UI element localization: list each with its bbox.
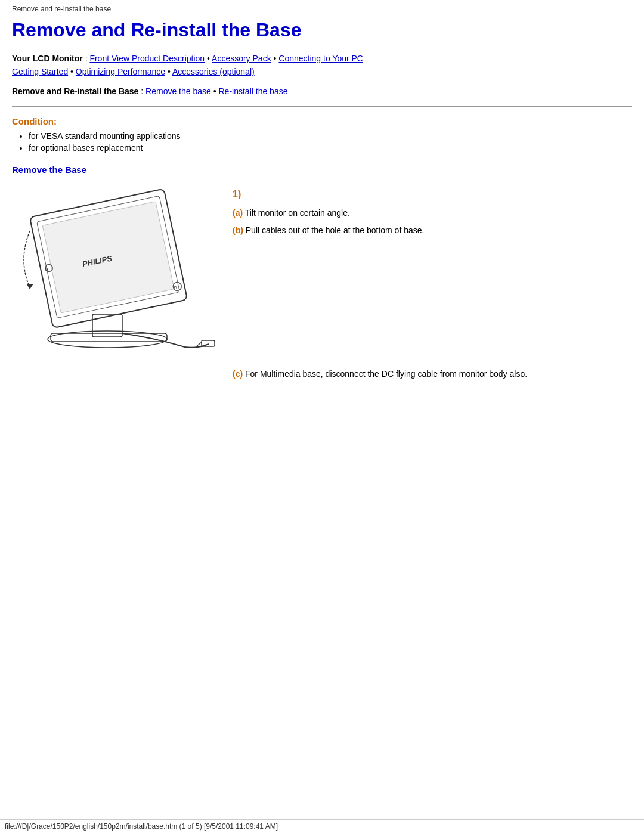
breadcrumb-remove-reinstall: Remove and Re-install the Base : Remove … [12, 85, 632, 98]
step-a-text: Tilt monitor on certain angle. [243, 208, 350, 218]
step-b: (b) Pull cables out of the hole at the b… [233, 224, 632, 237]
dot-separator-1: • [207, 54, 212, 63]
divider [12, 106, 632, 107]
status-bar: file:///D|/Grace/150P2/english/150p2m/in… [0, 819, 644, 833]
breadcrumb-label-lcd: Your LCD Monitor [12, 54, 83, 63]
condition-item-2: for optional bases replacement [29, 143, 632, 153]
svg-marker-13 [27, 284, 33, 289]
step-b-label: (b) [233, 225, 243, 235]
condition-item-1: for VESA standard mounting applications [29, 131, 632, 141]
monitor-illustration: PHILIPS a b [12, 183, 215, 356]
link-getting-started[interactable]: Getting Started [12, 67, 68, 76]
step-a: (a) Tilt monitor on certain angle. [233, 207, 632, 219]
dot-separator-2: • [274, 54, 279, 63]
link-accessories-optional[interactable]: Accessories (optional) [172, 67, 255, 76]
link-accessory-pack[interactable]: Accessory Pack [212, 54, 271, 63]
link-optimizing-performance[interactable]: Optimizing Performance [76, 67, 165, 76]
content-area: PHILIPS a b 1) (a) Tilt monitor on certa… [12, 183, 632, 385]
browser-tab-label: Remove and re-install the base [12, 5, 632, 16]
breadcrumb-separator-2: : [141, 86, 145, 96]
step-number: 1) [233, 189, 632, 200]
dot-separator-3: • [70, 67, 76, 76]
step-c-area: (c) For Multimedia base, disconnect the … [233, 368, 632, 380]
svg-rect-1 [51, 333, 167, 342]
instructions-area: 1) (a) Tilt monitor on certain angle. (b… [233, 183, 632, 385]
step-a-label: (a) [233, 208, 243, 218]
condition-list: for VESA standard mounting applications … [12, 131, 632, 153]
link-remove-base[interactable]: Remove the base [145, 86, 211, 96]
remove-base-heading: Remove the Base [12, 165, 632, 175]
step-c-label: (c) [233, 369, 243, 379]
condition-title: Condition: [12, 116, 632, 126]
monitor-image-area: PHILIPS a b [12, 183, 215, 358]
breadcrumb-lcd-monitor: Your LCD Monitor : Front View Product De… [12, 52, 632, 79]
page-title: Remove and Re-install the Base [12, 19, 632, 41]
svg-text:a: a [44, 266, 48, 272]
breadcrumb-label-remove: Remove and Re-install the Base [12, 86, 138, 96]
step-c-text: For Multimedia base, disconnect the DC f… [243, 369, 527, 379]
link-reinstall-base[interactable]: Re-install the base [219, 86, 288, 96]
step-b-text: Pull cables out of the hole at the botto… [243, 225, 425, 235]
dot-separator-5: • [213, 86, 219, 96]
step-c: (c) For Multimedia base, disconnect the … [233, 368, 632, 380]
svg-text:b: b [174, 284, 178, 291]
link-front-view[interactable]: Front View Product Description [89, 54, 205, 63]
dot-separator-4: • [168, 67, 172, 76]
link-connecting-pc[interactable]: Connecting to Your PC [278, 54, 363, 63]
